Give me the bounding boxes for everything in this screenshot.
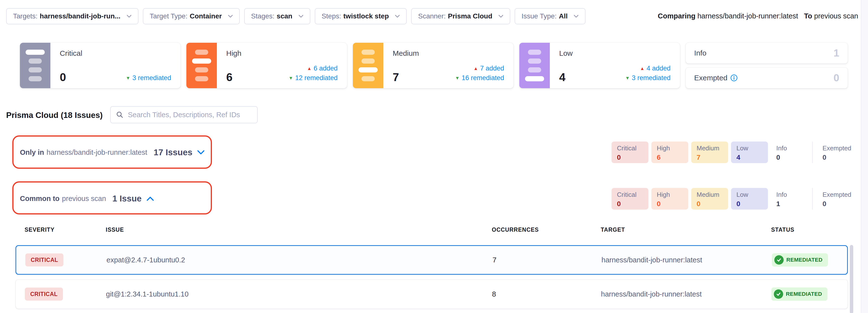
card-count: 1: [834, 47, 839, 59]
severity-pill-row: Critical 0 High 6 Medium 7 Low 4 Info 0 …: [612, 141, 857, 163]
info-circle-icon[interactable]: [730, 74, 738, 81]
added-link[interactable]: ▲6 added: [289, 64, 338, 73]
down-triangle-icon: ▼: [289, 73, 293, 83]
sto-issues-dashboard: Targets: harness/bandit-job-run... Targe…: [0, 0, 868, 313]
pill-high: High 6: [651, 141, 688, 163]
filter-value: Prisma Cloud: [448, 12, 492, 20]
pill-medium: Medium 0: [691, 188, 728, 210]
vertical-scrollbar-thumb[interactable]: [850, 245, 853, 313]
pill-high: High 0: [651, 188, 688, 210]
pill-info: Info 1: [771, 188, 808, 210]
filter-value: harness/bandit-job-run...: [40, 12, 121, 20]
up-triangle-icon: ▲: [307, 64, 312, 73]
up-triangle-icon: ▲: [473, 64, 478, 73]
chevron-down-icon: [498, 15, 503, 18]
comparing-to: To: [804, 12, 812, 20]
filter-bar: Targets: harness/bandit-job-run... Targe…: [6, 8, 586, 24]
remediated-link[interactable]: ▼16 remediated: [455, 73, 504, 83]
filter-issue-type[interactable]: Issue Type: All: [515, 8, 586, 24]
filter-label: Scanner:: [418, 12, 445, 20]
occurrences-count: 8: [492, 290, 496, 298]
chevron-down-icon: [395, 15, 400, 18]
added-link[interactable]: ▲7 added: [455, 64, 504, 73]
card-count: 6: [226, 71, 232, 83]
summary-card-critical: Critical 0 ▼3 remediated: [20, 42, 181, 89]
status-badge: REMEDIATED: [772, 253, 828, 267]
remediated-link[interactable]: ▼12 remediated: [289, 73, 338, 83]
filter-stages[interactable]: Stages: scan: [244, 8, 310, 24]
group-name: harness/bandit-job-runner:latest: [46, 148, 147, 156]
check-circle-icon: [774, 289, 783, 299]
comparing-summary: Comparing harness/bandit-job-runner:late…: [658, 12, 858, 20]
pill-exempted: Exempted 0: [817, 141, 854, 163]
card-label: Info: [694, 49, 707, 57]
occurrences-count: 7: [493, 256, 496, 264]
summary-card-low: Low 4 ▲4 added ▼3 remediated: [519, 42, 680, 89]
card-label: Low: [559, 49, 671, 58]
filter-label: Target Type:: [150, 12, 188, 20]
comparing-label: Comparing: [658, 12, 695, 20]
divider: [812, 188, 813, 210]
filter-steps[interactable]: Steps: twistlock step: [315, 8, 407, 24]
remediated-link[interactable]: ▼3 remediated: [625, 73, 671, 83]
filter-value: scan: [277, 12, 292, 20]
chevron-up-icon[interactable]: [147, 196, 154, 201]
card-count: 0: [834, 72, 839, 84]
issue-title: git@1:2.34.1-1ubuntu1.10: [106, 290, 189, 298]
filter-value: All: [559, 12, 568, 20]
pill-low: Low 0: [731, 188, 768, 210]
filter-targets[interactable]: Targets: harness/bandit-job-run...: [6, 8, 138, 24]
column-header-status: STATUS: [771, 227, 795, 233]
column-header-target: TARGET: [601, 227, 625, 233]
group-issue-count: 17 Issues: [154, 147, 192, 157]
summary-card-medium: Medium 7 ▲7 added ▼16 remediated: [352, 42, 514, 89]
filter-scanner[interactable]: Scanner: Prisma Cloud: [411, 8, 510, 24]
chevron-down-icon: [127, 15, 131, 18]
group-header-common-to[interactable]: Common to previous scan 1 Issue: [20, 194, 154, 203]
group-prefix: Only in: [20, 148, 44, 156]
column-header-issue: ISSUE: [106, 227, 124, 233]
table-row[interactable]: CRITICAL expat@2.4.7-1ubuntu0.2 7 harnes…: [16, 245, 848, 275]
group-header-only-in[interactable]: Only in harness/bandit-job-runner:latest…: [20, 147, 205, 157]
pill-medium: Medium 7: [691, 141, 728, 163]
status-badge: REMEDIATED: [771, 287, 828, 301]
severity-high-icon: [186, 43, 217, 88]
severity-critical-icon: [20, 43, 51, 88]
filter-target-type[interactable]: Target Type: Container: [143, 8, 240, 24]
comparing-baseline: previous scan: [814, 12, 858, 20]
filter-value: twistlock step: [343, 12, 389, 20]
added-link[interactable]: ▲4 added: [625, 64, 671, 73]
divider: [812, 141, 813, 163]
card-count: 7: [393, 71, 399, 83]
chevron-down-icon: [299, 15, 304, 18]
filter-label: Stages:: [251, 12, 274, 20]
filter-value: Container: [190, 12, 222, 20]
target-name: harness/bandit-job-runner:latest: [601, 256, 702, 264]
pill-critical: Critical 0: [612, 141, 648, 163]
search-icon: [116, 111, 123, 118]
chevron-down-icon[interactable]: [197, 150, 205, 155]
search-input[interactable]: [127, 110, 252, 119]
down-triangle-icon: ▼: [455, 73, 460, 83]
up-triangle-icon: ▲: [640, 64, 645, 73]
group-issue-count: 1 Issue: [112, 194, 142, 203]
group-name: previous scan: [62, 195, 106, 203]
card-count: 0: [60, 71, 66, 83]
severity-medium-icon: [353, 43, 383, 88]
summary-card-exempted: Exempted 0: [686, 67, 848, 89]
card-label: Medium: [393, 49, 504, 58]
remediated-link[interactable]: ▼3 remediated: [126, 73, 171, 83]
chevron-down-icon: [574, 15, 579, 18]
issue-search: [110, 106, 258, 123]
card-label: Exempted: [694, 74, 727, 82]
pill-critical: Critical 0: [612, 188, 648, 210]
check-circle-icon: [774, 255, 784, 265]
severity-pill-row: Critical 0 High 0 Medium 0 Low 0 Info 1 …: [612, 188, 857, 210]
page-right-gutter: [861, 0, 868, 313]
severity-badge: CRITICAL: [25, 288, 63, 301]
pill-info: Info 0: [771, 141, 808, 163]
card-label: Critical: [60, 49, 171, 58]
table-row[interactable]: CRITICAL git@1:2.34.1-1ubuntu1.10 8 harn…: [16, 279, 848, 309]
card-count: 4: [559, 71, 565, 83]
filter-label: Steps:: [322, 12, 341, 20]
